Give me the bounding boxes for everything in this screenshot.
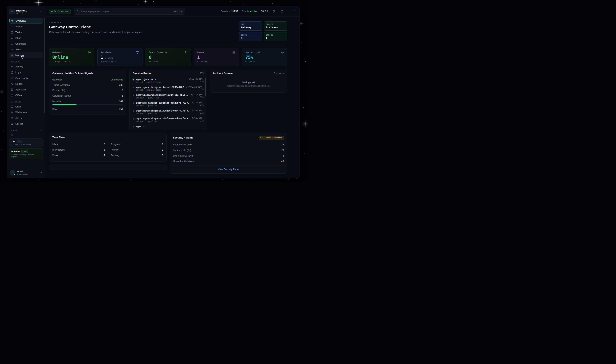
notifications-button[interactable] bbox=[272, 9, 276, 13]
main-content: OVERVIEW Gateway Control Plane Gateway-f… bbox=[45, 16, 300, 178]
sidebar-item-label: Overview bbox=[15, 19, 26, 22]
session-row[interactable]: agent:ops:subagent:21b5fd0e-524b-48f0-99… bbox=[130, 116, 206, 124]
sidebar-item-label: Nodes bbox=[15, 82, 23, 85]
sidebar-item-logs[interactable]: Logs bbox=[9, 69, 43, 75]
header-status-boxes: MODE Gateway EVENTS 0 stream QUEUE 1 ERR… bbox=[239, 21, 287, 41]
sidebar-item-overview[interactable]: Overview bbox=[9, 18, 43, 24]
starfield bbox=[0, 0, 0, 0]
topbar: GW Connected ⌘K / Sessions 1/235 Events … bbox=[45, 6, 300, 16]
sidebar-item-agents[interactable]: Agents bbox=[9, 24, 43, 29]
promo-description: X power tools for agents. bbox=[11, 143, 41, 145]
stat-card-sessions[interactable]: Sessions 1 / 235 active / total bbox=[97, 48, 143, 66]
sidebar-item-approvals[interactable]: Approvals bbox=[9, 87, 43, 92]
session-row[interactable]: agent:jarv:maindirect · gpt-5.3-codex 17… bbox=[130, 77, 206, 84]
stat-card-row: Gateway Online transport status Sessions… bbox=[49, 48, 287, 66]
health-row: Errors (24h) 0 bbox=[52, 88, 123, 93]
sidebar-scrollbar[interactable] bbox=[44, 17, 45, 113]
sidebar-item-skills[interactable]: Skills bbox=[9, 47, 43, 52]
sidebar-item-webhooks[interactable]: Webhooks bbox=[9, 109, 43, 115]
sidebar-item-channels[interactable]: Channels bbox=[9, 41, 43, 47]
list-icon bbox=[232, 51, 236, 54]
stat-card-agent-capacity[interactable]: Agent Capacity 0 35 total bbox=[146, 48, 191, 66]
sidebar-item-memory[interactable]: Memory bbox=[9, 52, 43, 58]
sidebar-item-github[interactable]: GitHub bbox=[9, 121, 43, 127]
task-flow-card: Task Flow Inbox0 In Progress0 Done1 Assi… bbox=[49, 133, 167, 162]
task-flow-row: Review1 bbox=[111, 147, 164, 153]
sidebar-section-automate[interactable]: AUTOMATE bbox=[9, 101, 43, 103]
events-live-indicator[interactable]: Events Live bbox=[242, 10, 257, 13]
session-row-clipped[interactable]: agent:… bbox=[130, 124, 206, 130]
section-label: AUTOMATE bbox=[11, 101, 22, 103]
task-flow-row: Assigned0 bbox=[111, 141, 164, 147]
session-row[interactable]: agent:ops:subagent:152d2061-e074-41fb-8e… bbox=[130, 108, 206, 116]
promo-card-builderz[interactable]: builderz .dev AI-native dev shop · Solan… bbox=[9, 148, 43, 159]
help-button[interactable] bbox=[280, 9, 284, 13]
network-icon bbox=[11, 82, 14, 85]
card-title: Session Router bbox=[133, 72, 152, 75]
gateway-status-pill[interactable]: GW Connected bbox=[49, 9, 71, 14]
sidebar-item-alerts[interactable]: Alerts bbox=[9, 115, 43, 121]
help-circle-icon bbox=[280, 10, 284, 13]
session-row[interactable]: agent:jarv:telegram:direct:328940762dire… bbox=[130, 84, 206, 92]
chevron-left-icon bbox=[293, 10, 296, 13]
sidebar-collapse-button[interactable] bbox=[39, 10, 43, 13]
panel-collapse-button[interactable] bbox=[292, 9, 297, 13]
app-logo bbox=[9, 9, 14, 14]
stat-card-system-load[interactable]: System Load 75% errors 0 bbox=[242, 48, 287, 66]
scrollbar-thumb[interactable] bbox=[205, 78, 206, 96]
session-row[interactable]: agent:research:subagent:820a711e-db5b-4e… bbox=[130, 92, 206, 100]
sidebar-section-admin[interactable]: ADMIN bbox=[9, 129, 43, 131]
stat-card-queue[interactable]: Queue 1 0 running bbox=[194, 48, 239, 66]
user-menu[interactable]: A Admin openclaw bbox=[7, 167, 45, 178]
antenna-icon bbox=[88, 51, 91, 54]
promo-card-xint[interactable]: xint CLI X power tools for agents. bbox=[9, 138, 43, 147]
view-security-panel-link[interactable]: View Security Panel bbox=[170, 166, 287, 173]
sidebar-item-label: Activity bbox=[15, 65, 23, 68]
sidebar-item-nodes[interactable]: Nodes bbox=[9, 81, 43, 87]
sidebar-item-cron[interactable]: Cron bbox=[9, 104, 43, 109]
mode-box: MODE Gateway bbox=[239, 21, 262, 31]
session-row[interactable]: agent:kb-manager:subagent:9aed797e-723f-… bbox=[130, 100, 206, 108]
sidebar-item-cost-tracker[interactable]: Cost Tracker bbox=[9, 75, 43, 81]
sidebar-item-security[interactable] bbox=[9, 132, 43, 138]
chevron-down-icon bbox=[39, 101, 41, 103]
sidebar-section-observe[interactable]: OBSERVE bbox=[9, 61, 43, 63]
card-title: Gateway Health + Golden Signals bbox=[52, 72, 93, 75]
security-row: Login failures (24h)0 bbox=[173, 153, 284, 158]
sidebar-item-tasks[interactable]: Tasks bbox=[9, 29, 43, 35]
section-label: ADMIN bbox=[11, 129, 18, 131]
session-status-dot bbox=[133, 79, 134, 80]
sidebar-item-label: Skills bbox=[15, 48, 21, 51]
file-text-icon bbox=[11, 71, 14, 74]
app-title-block: Mission... v2.0.0 bbox=[16, 9, 38, 14]
security-audit-card: Security + Audit 65 - Needs Attention Au… bbox=[170, 133, 287, 174]
session-router-card: Session Router 235 agent:jarv:maindirect… bbox=[129, 69, 207, 130]
star bbox=[288, 179, 288, 179]
memory-progress-fill bbox=[52, 104, 77, 105]
search-bar[interactable]: ⌘K / bbox=[74, 8, 185, 14]
sidebar-nav: Overview Agents Tasks Chat Channels Skil… bbox=[7, 17, 45, 167]
gateway-status-label: GW Connected bbox=[54, 10, 68, 13]
task-flow-row: Done1 bbox=[52, 153, 105, 158]
session-list: agent:jarv:maindirect · gpt-5.3-codex 17… bbox=[130, 77, 206, 130]
sidebar-item-chat[interactable]: Chat bbox=[9, 35, 43, 41]
session-count: 235 bbox=[200, 72, 204, 75]
search-input[interactable] bbox=[81, 10, 171, 13]
breadcrumb: OVERVIEW bbox=[49, 21, 143, 24]
section-label: OBSERVE bbox=[11, 61, 20, 63]
building-icon bbox=[11, 94, 14, 97]
live-dot bbox=[250, 11, 251, 12]
page-header-text: OVERVIEW Gateway Control Plane Gateway-f… bbox=[49, 21, 143, 34]
avatar: A bbox=[10, 170, 15, 175]
session-status-dot bbox=[133, 87, 134, 88]
sessions-counter[interactable]: Sessions 1/235 bbox=[221, 10, 238, 13]
sidebar-item-activity[interactable]: Activity bbox=[9, 64, 43, 69]
online-status-dot bbox=[14, 174, 15, 175]
stat-card-gateway[interactable]: Gateway Online transport status bbox=[49, 48, 94, 66]
gateway-health-card: Gateway Health + Golden Signals Gateway … bbox=[49, 69, 126, 115]
sidebar-item-office[interactable]: Office bbox=[9, 92, 43, 98]
search-icon bbox=[76, 10, 79, 13]
session-status-dot bbox=[133, 118, 134, 119]
card-title: Incident Stream bbox=[213, 72, 233, 75]
session-status-dot bbox=[133, 95, 134, 96]
